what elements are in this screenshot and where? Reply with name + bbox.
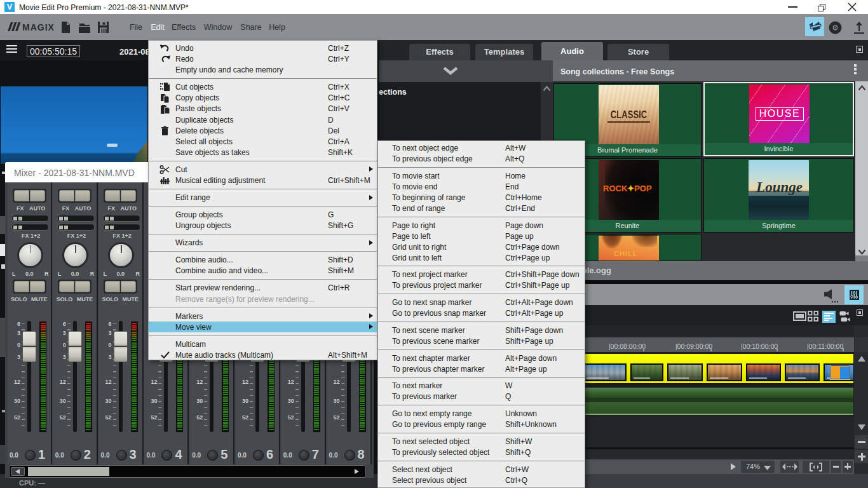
svg-text:MAGIX: MAGIX bbox=[22, 22, 55, 32]
